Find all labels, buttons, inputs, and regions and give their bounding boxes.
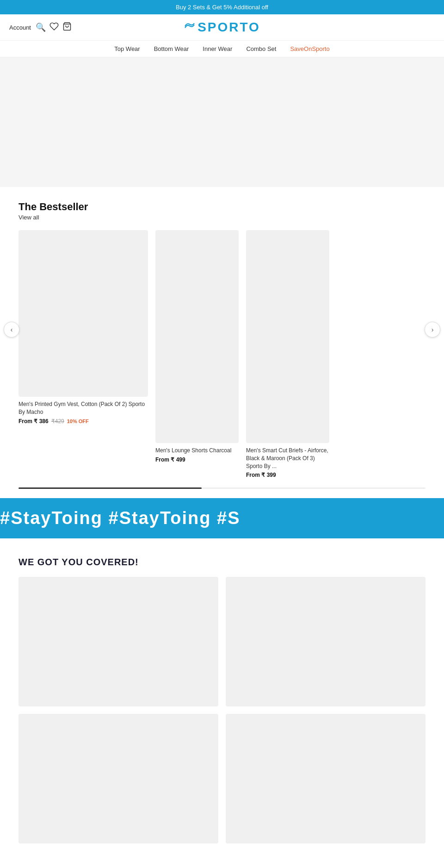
nav-combo-set[interactable]: Combo Set <box>246 45 276 52</box>
price-current-2: From ₹ 499 <box>155 456 185 463</box>
nav-top-wear[interactable]: Top Wear <box>114 45 140 52</box>
header-icons: 🔍 <box>36 22 72 33</box>
account-link[interactable]: Account <box>9 24 31 31</box>
hashtag-text: #StayToing #StayToing #S <box>0 508 240 528</box>
product-card-1[interactable]: Men's Printed Gym Vest, Cotton (Pack Of … <box>18 230 148 478</box>
cart-icon[interactable] <box>62 22 72 33</box>
top-banner-text: Buy 2 Sets & Get 5% Additional off <box>176 4 268 11</box>
price-current-3: From ₹ 399 <box>246 472 276 478</box>
covered-card-4[interactable] <box>226 714 426 843</box>
product-price-row-2: From ₹ 499 <box>155 456 239 463</box>
main-nav: Top Wear Bottom Wear Inner Wear Combo Se… <box>0 41 444 57</box>
nav-inner-wear[interactable]: Inner Wear <box>203 45 232 52</box>
logo-icon <box>184 21 196 34</box>
wishlist-icon[interactable] <box>49 22 59 33</box>
nav-save-on-sporto[interactable]: SaveOnSporto <box>290 45 329 52</box>
carousel-inner: Men's Printed Gym Vest, Cotton (Pack Of … <box>0 230 444 478</box>
hashtag-banner: #StayToing #StayToing #S <box>0 498 444 538</box>
product-name-1: Men's Printed Gym Vest, Cotton (Pack Of … <box>18 400 148 416</box>
carousel-prev-button[interactable]: ‹ <box>4 322 19 337</box>
product-price-row-1: From ₹ 386 ₹429 10% OFF <box>18 418 148 425</box>
view-all-link[interactable]: View all <box>18 214 435 221</box>
product-image-3 <box>246 230 329 443</box>
price-original-1: ₹429 <box>51 418 64 425</box>
carousel-next-button[interactable]: › <box>425 322 440 337</box>
header: Account 🔍 <box>0 14 444 41</box>
progress-fill <box>18 487 202 489</box>
product-name-2: Men's Lounge Shorts Charcoal <box>155 447 239 455</box>
product-image-1 <box>18 230 148 397</box>
product-image-2 <box>155 230 239 443</box>
product-price-row-3: From ₹ 399 <box>246 472 329 478</box>
product-carousel: ‹ Men's Printed Gym Vest, Cotton (Pack O… <box>0 230 444 478</box>
product-card-3[interactable]: Men's Smart Cut Briefs - Airforce, Black… <box>246 230 329 478</box>
hero-banner <box>0 57 444 187</box>
top-banner: Buy 2 Sets & Get 5% Additional off <box>0 0 444 14</box>
bestseller-section: The Bestseller View all <box>0 187 444 221</box>
carousel-progress <box>0 478 444 498</box>
logo-text: SPORTO <box>197 20 260 35</box>
search-icon[interactable]: 🔍 <box>36 22 46 32</box>
covered-title: WE GOT YOU COVERED! <box>18 557 426 568</box>
price-discount-1: 10% OFF <box>67 418 89 424</box>
product-name-3: Men's Smart Cut Briefs - Airforce, Black… <box>246 447 329 470</box>
bestseller-title: The Bestseller <box>18 201 435 213</box>
price-current-1: From ₹ 386 <box>18 418 49 425</box>
covered-section: WE GOT YOU COVERED! <box>0 538 444 853</box>
covered-card-1[interactable] <box>18 577 218 706</box>
covered-card-2[interactable] <box>226 577 426 706</box>
covered-grid <box>18 577 426 843</box>
nav-bottom-wear[interactable]: Bottom Wear <box>154 45 189 52</box>
covered-card-3[interactable] <box>18 714 218 843</box>
progress-track <box>18 487 426 489</box>
product-card-2[interactable]: Men's Lounge Shorts Charcoal From ₹ 499 <box>155 230 239 478</box>
logo[interactable]: SPORTO <box>184 20 260 35</box>
header-left: Account 🔍 <box>9 22 72 33</box>
